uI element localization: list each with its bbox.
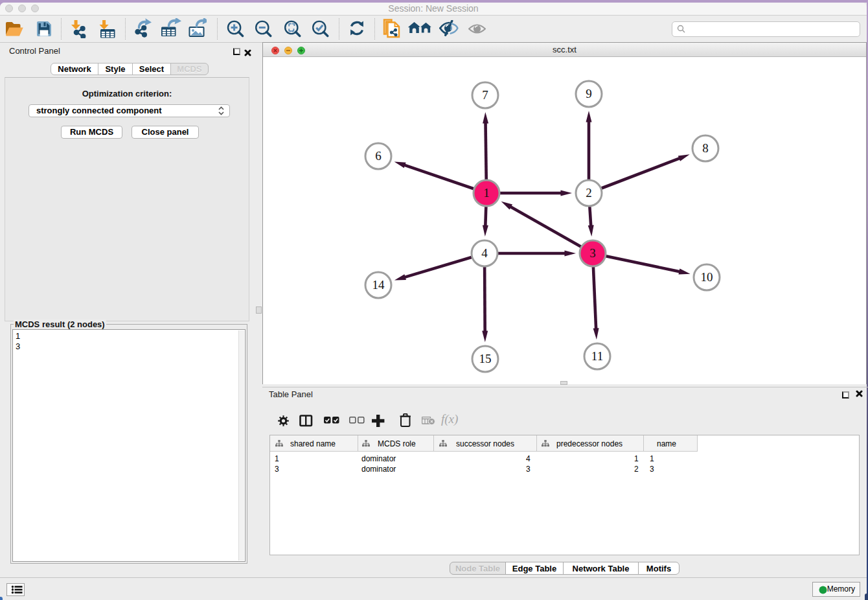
svg-text:7: 7 bbox=[482, 88, 488, 102]
svg-text:6: 6 bbox=[375, 149, 382, 163]
svg-text:2: 2 bbox=[586, 186, 592, 200]
svg-text:1: 1 bbox=[483, 186, 490, 200]
svg-text:11: 11 bbox=[591, 349, 603, 363]
svg-text:9: 9 bbox=[586, 87, 592, 100]
svg-text:3: 3 bbox=[589, 246, 596, 260]
svg-text:10: 10 bbox=[701, 270, 713, 284]
svg-text:4: 4 bbox=[481, 246, 488, 260]
svg-text:14: 14 bbox=[372, 278, 385, 292]
svg-text:8: 8 bbox=[702, 141, 709, 155]
svg-text:15: 15 bbox=[479, 352, 492, 365]
